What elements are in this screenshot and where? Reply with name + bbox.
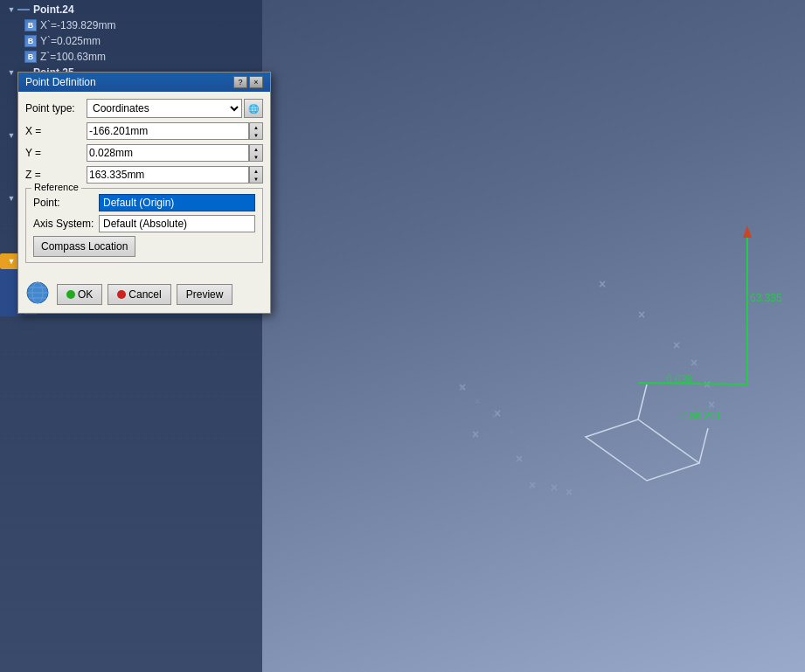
expand-icon: ▼ — [7, 131, 16, 140]
svg-text:63.335: 63.335 — [750, 292, 782, 304]
svg-marker-18 — [743, 225, 752, 238]
footer-icon — [25, 281, 52, 308]
tree-item-point24-x[interactable]: B X`=-139.829mm — [0, 17, 262, 33]
item-label: Y`=0.025mm — [40, 35, 101, 47]
reference-section-label: Reference — [31, 182, 81, 192]
svg-text:×: × — [673, 338, 680, 352]
z-row: Z = ▲ ▼ — [25, 166, 263, 184]
ref-point-value[interactable]: Default (Origin) — [99, 194, 255, 211]
help-button[interactable]: ? — [233, 76, 247, 88]
svg-line-14 — [638, 384, 647, 419]
tree-group-point24[interactable]: ▼ Point.24 — [0, 0, 262, 17]
dialog-footer: OK Cancel Preview — [18, 275, 270, 313]
cancel-button[interactable]: Cancel — [108, 284, 170, 305]
svg-text:-166.201: -166.201 — [680, 410, 722, 422]
tree-item-point24-z[interactable]: B Z`=100.63mm — [0, 49, 262, 65]
group-label: Point.24 — [33, 3, 74, 16]
cancel-red-dot — [117, 290, 126, 299]
dialog-titlebar: Point Definition ? × — [18, 73, 270, 92]
tree-item-point24-y[interactable]: B Y`=0.025mm — [0, 33, 262, 49]
expand-icon: ▼ — [7, 194, 16, 203]
x-spinner-up[interactable]: ▲ — [250, 123, 262, 131]
y-input-wrap: ▲ ▼ — [87, 144, 263, 162]
y-spinner-down[interactable]: ▼ — [250, 153, 262, 161]
z-spinner-up[interactable]: ▲ — [250, 167, 262, 175]
z-spinner-down[interactable]: ▼ — [250, 175, 262, 183]
x-input-wrap: ▲ ▼ — [87, 122, 263, 140]
svg-text:×: × — [475, 396, 480, 406]
box-icon: B — [24, 51, 37, 63]
ok-green-dot — [66, 290, 75, 299]
svg-text:×: × — [516, 452, 523, 466]
compass-location-button[interactable]: Compass Location — [33, 236, 135, 257]
x-spinner-down[interactable]: ▼ — [250, 131, 262, 139]
point-definition-dialog: Point Definition ? × Point type: Coordin… — [17, 72, 271, 314]
viewport: × × × × × × × × × × × × × × × × × × 63.3… — [262, 0, 805, 672]
svg-line-15 — [699, 428, 708, 463]
y-spinner-up[interactable]: ▲ — [250, 145, 262, 153]
svg-line-17 — [638, 383, 747, 384]
dialog-title: Point Definition — [25, 76, 96, 88]
expand-icon: ▼ — [7, 5, 16, 14]
ref-point-label: Point: — [33, 197, 99, 209]
item-label: Z`=100.63mm — [40, 51, 106, 63]
x-input[interactable] — [87, 122, 249, 140]
preview-button[interactable]: Preview — [177, 284, 233, 305]
ok-button[interactable]: OK — [57, 284, 102, 305]
x-row: X = ▲ ▼ — [25, 122, 263, 140]
box-icon: B — [24, 19, 37, 31]
dialog-title-buttons: ? × — [233, 76, 263, 88]
box-icon: B — [24, 35, 37, 47]
y-label: Y = — [25, 147, 87, 159]
x-spinner[interactable]: ▲ ▼ — [249, 122, 263, 140]
expand-icon: ▼ — [7, 257, 16, 266]
svg-text:×: × — [472, 427, 479, 441]
svg-text:×: × — [524, 441, 530, 452]
svg-text:0.028: 0.028 — [666, 373, 692, 385]
svg-text:×: × — [566, 485, 573, 499]
point-type-label: Point type: — [25, 102, 87, 114]
ref-axis-value[interactable]: Default (Absolute) — [99, 215, 255, 232]
point-type-input-wrap: Coordinates 🌐 — [87, 99, 263, 118]
earth-icon — [25, 281, 50, 305]
y-spinner[interactable]: ▲ ▼ — [249, 144, 263, 162]
expand-icon: ▼ — [7, 68, 16, 77]
svg-text:×: × — [690, 356, 697, 370]
ref-axis-row: Axis System: Default (Absolute) — [33, 215, 255, 232]
point-type-row: Point type: Coordinates 🌐 — [25, 99, 263, 118]
reference-section: Reference Point: Default (Origin) Axis S… — [25, 188, 263, 263]
svg-text:×: × — [529, 478, 536, 492]
ok-label: OK — [78, 288, 93, 301]
point-type-select[interactable]: Coordinates — [87, 99, 242, 118]
close-button[interactable]: × — [249, 76, 263, 88]
y-input[interactable] — [87, 144, 249, 162]
svg-text:×: × — [459, 383, 464, 393]
ref-point-row: Point: Default (Origin) — [33, 194, 255, 211]
svg-text:×: × — [599, 277, 606, 291]
dialog-body: Point type: Coordinates 🌐 X = ▲ ▼ Y = — [18, 92, 270, 275]
z-label: Z = — [25, 169, 87, 181]
item-label: X`=-139.829mm — [40, 19, 115, 31]
z-input[interactable] — [87, 166, 249, 184]
svg-text:×: × — [638, 308, 645, 322]
y-row: Y = ▲ ▼ — [25, 144, 263, 162]
svg-text:×: × — [491, 411, 496, 421]
connector-line — [17, 9, 30, 10]
x-label: X = — [25, 125, 87, 137]
svg-marker-13 — [586, 419, 699, 481]
z-input-wrap: ▲ ▼ — [87, 166, 263, 184]
geometry-svg: × × × × × × × × × × × × × × × × × × 63.3… — [262, 0, 805, 672]
cancel-label: Cancel — [128, 288, 161, 301]
z-spinner[interactable]: ▲ ▼ — [249, 166, 263, 184]
svg-text:×: × — [551, 481, 558, 495]
ref-axis-label: Axis System: — [33, 218, 99, 230]
point-type-icon-button[interactable]: 🌐 — [244, 99, 263, 118]
svg-text:×: × — [509, 426, 514, 437]
